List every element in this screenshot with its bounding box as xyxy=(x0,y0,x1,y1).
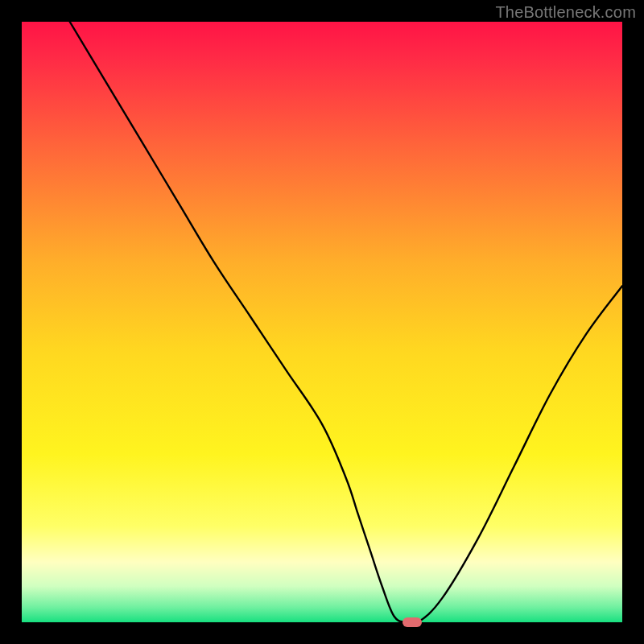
chart-svg xyxy=(22,22,622,622)
watermark-text: TheBottleneck.com xyxy=(495,3,636,22)
chart-background xyxy=(22,22,622,622)
bottleneck-marker xyxy=(402,617,422,627)
plot-area xyxy=(22,22,622,622)
chart-frame: TheBottleneck.com xyxy=(0,0,644,644)
